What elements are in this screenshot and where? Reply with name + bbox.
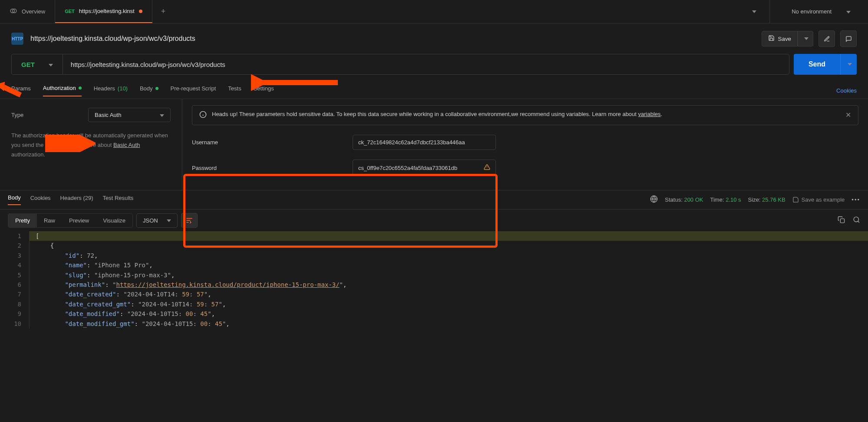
- tab-overview[interactable]: Overview: [0, 0, 55, 23]
- auth-right-panel: Heads up! These parameters hold sensitiv…: [182, 99, 868, 190]
- username-input[interactable]: ck_72c1649824c62a4d7dbcf2133ba446aa: [353, 135, 496, 150]
- active-dot-icon: [79, 86, 82, 90]
- view-preview[interactable]: Preview: [62, 214, 96, 227]
- tab-params[interactable]: Params: [11, 85, 31, 96]
- username-row: Username ck_72c1649824c62a4d7dbcf2133ba4…: [192, 135, 858, 150]
- resp-headers-count: (29): [83, 195, 93, 201]
- request-title-row: HTTP https://joeltesting.kinsta.cloud/wp…: [0, 23, 868, 54]
- env-name-dropdown[interactable]: No environment: [769, 0, 868, 23]
- basic-auth-link[interactable]: Basic Auth: [113, 142, 140, 148]
- chevron-down-icon: [165, 217, 171, 224]
- password-input[interactable]: cs_0ff9e7c20c6552a4fa5fdaa733061db: [353, 159, 496, 176]
- resp-tab-testresults[interactable]: Test Results: [103, 195, 134, 205]
- username-label: Username: [192, 139, 340, 146]
- warning-icon: [484, 164, 490, 172]
- overview-icon: [10, 7, 17, 16]
- send-button[interactable]: Send: [794, 54, 840, 75]
- close-banner-button[interactable]: ✕: [845, 111, 851, 119]
- env-selector: No environment: [737, 0, 868, 23]
- tab-body-label: Body: [140, 85, 153, 92]
- response-body[interactable]: 1[2 {3 "id": 72,4 "name": "iPhone 15 Pro…: [0, 231, 868, 329]
- chevron-down-icon: [47, 61, 53, 68]
- auth-type-label: Type: [11, 112, 23, 118]
- add-tab-button[interactable]: +: [152, 7, 175, 16]
- request-row: GET Send: [11, 54, 857, 75]
- code-line: 1[: [0, 231, 868, 241]
- active-dot-icon: [155, 87, 158, 90]
- env-context-dropdown[interactable]: [737, 10, 769, 13]
- request-tabs: Params Authorization Headers (10) Body P…: [0, 83, 868, 99]
- resp-tab-body[interactable]: Body: [8, 194, 21, 205]
- search-button[interactable]: [853, 216, 860, 225]
- format-select[interactable]: JSON: [136, 213, 178, 228]
- tab-auth-label: Authorization: [43, 85, 76, 91]
- url-input[interactable]: [63, 61, 789, 68]
- save-example-button[interactable]: Save as example: [792, 196, 845, 203]
- code-line: 4 "name": "iPhone 15 Pro",: [0, 260, 868, 270]
- share-button[interactable]: [818, 30, 835, 47]
- save-button[interactable]: Save: [762, 31, 798, 47]
- http-badge: HTTP: [11, 33, 23, 45]
- chevron-down-icon: [845, 8, 851, 15]
- size-value: 25.76 KB: [762, 196, 785, 203]
- method-select[interactable]: GET: [12, 54, 63, 74]
- tab-request-label: https://joeltesting.kinst: [79, 8, 135, 14]
- cookies-link[interactable]: Cookies: [836, 87, 857, 94]
- auth-help-text: The authorization header will be automat…: [11, 131, 171, 159]
- help-text-2: authorization.: [11, 151, 45, 158]
- response-tabs: Body Cookies Headers (29) Test Results S…: [0, 190, 868, 209]
- save-options-button[interactable]: [798, 31, 813, 47]
- auth-type-value: Basic Auth: [95, 112, 121, 118]
- request-title: https://joeltesting.kinsta.cloud/wp-json…: [30, 35, 195, 43]
- auth-panel: Type Basic Auth The authorization header…: [0, 99, 868, 190]
- resp-tab-headers[interactable]: Headers (29): [60, 195, 93, 205]
- tab-body[interactable]: Body: [140, 85, 158, 96]
- view-pretty[interactable]: Pretty: [8, 214, 37, 227]
- variables-link[interactable]: variables: [638, 111, 661, 117]
- view-mode-group: Pretty Raw Preview Visualize: [8, 213, 133, 228]
- network-icon[interactable]: [650, 195, 658, 204]
- save-button-group: Save: [762, 31, 813, 47]
- info-text: Heads up! These parameters hold sensitiv…: [212, 111, 638, 117]
- tab-headers[interactable]: Headers (10): [94, 85, 128, 96]
- top-tabs: Overview GET https://joeltesting.kinst +…: [0, 0, 868, 23]
- code-line: 6 "permalink": "https://joeltesting.kins…: [0, 280, 868, 289]
- tab-tests[interactable]: Tests: [228, 85, 241, 96]
- password-label: Password: [192, 165, 340, 171]
- status-bar: Status: 200 OK Time: 2.10 s Size: 25.76 …: [650, 195, 860, 204]
- response-toolbar: Pretty Raw Preview Visualize JSON: [0, 209, 868, 231]
- resp-headers-label: Headers: [60, 195, 82, 201]
- tab-settings[interactable]: Settings: [254, 85, 274, 96]
- view-raw[interactable]: Raw: [37, 214, 62, 227]
- time-label: Time:: [710, 196, 724, 203]
- wrap-button[interactable]: [181, 213, 198, 228]
- save-example-label: Save as example: [802, 196, 845, 203]
- copy-button[interactable]: [838, 216, 845, 225]
- resp-tab-cookies[interactable]: Cookies: [30, 195, 51, 205]
- svg-line-13: [858, 221, 859, 223]
- chevron-down-icon: [158, 112, 164, 118]
- more-icon[interactable]: •••: [851, 196, 860, 203]
- code-line: 2 {: [0, 241, 868, 250]
- status-value: 200 OK: [684, 196, 703, 203]
- tab-request[interactable]: GET https://joeltesting.kinst: [55, 0, 152, 23]
- code-line: 8 "date_created_gmt": "2024-04-10T14: 59…: [0, 299, 868, 309]
- code-line: 5 "slug": "iphone-15-pro-max-3",: [0, 270, 868, 280]
- comment-button[interactable]: [840, 30, 857, 47]
- env-name-label: No environment: [792, 8, 832, 15]
- svg-point-12: [854, 217, 858, 222]
- code-line: 9 "date_modified": "2024-04-10T15: 00: 4…: [0, 309, 868, 319]
- unsaved-dot-icon: [139, 10, 142, 13]
- auth-type-select[interactable]: Basic Auth: [88, 108, 171, 122]
- password-value: cs_0ff9e7c20c6552a4fa5fdaa733061db: [358, 165, 481, 171]
- help-text-1: The authorization header will be automat…: [11, 132, 168, 148]
- view-visualize[interactable]: Visualize: [96, 214, 132, 227]
- code-line: 10 "date_modified_gmt": "2024-04-10T15: …: [0, 319, 868, 329]
- tab-authorization[interactable]: Authorization: [43, 85, 82, 96]
- password-row: Password cs_0ff9e7c20c6552a4fa5fdaa73306…: [192, 159, 858, 176]
- tab-prerequest[interactable]: Pre-request Script: [171, 85, 216, 96]
- format-label: JSON: [143, 217, 158, 224]
- send-options-button[interactable]: [840, 54, 857, 75]
- code-line: 3 "id": 72,: [0, 251, 868, 260]
- method-label: GET: [21, 61, 35, 68]
